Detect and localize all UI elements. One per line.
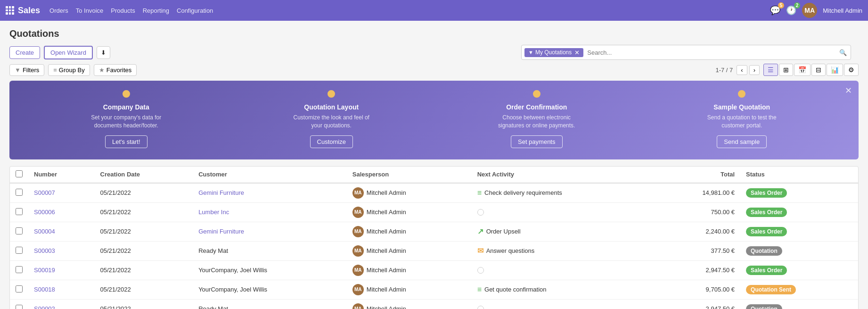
- row-checkbox[interactable]: [16, 305, 23, 309]
- app-logo[interactable]: Sales: [6, 6, 40, 16]
- status-badge: Quotation Sent: [746, 285, 796, 294]
- wizard-step-1: Company Data Set your company's data for…: [24, 90, 229, 148]
- step-1-title: Company Data: [103, 103, 149, 111]
- activity-empty-icon: [477, 209, 484, 216]
- row-salesperson: MAMitchell Admin: [347, 202, 472, 222]
- select-all-header[interactable]: [10, 167, 28, 183]
- row-checkbox[interactable]: [16, 285, 23, 292]
- row-checkbox-cell[interactable]: [10, 241, 28, 260]
- grid-icon: [6, 6, 14, 15]
- remove-filter-button[interactable]: ✕: [574, 49, 580, 56]
- row-checkbox-cell[interactable]: [10, 299, 28, 309]
- activity-badge[interactable]: 🕐 2: [786, 5, 796, 16]
- table-row[interactable]: S0001805/21/2022YourCompany, Joel Willis…: [10, 280, 858, 299]
- row-number[interactable]: S00003: [28, 241, 95, 260]
- menu-reporting[interactable]: Reporting: [143, 7, 169, 14]
- menu-configuration[interactable]: Configuration: [177, 7, 213, 14]
- customer-link[interactable]: Gemini Furniture: [198, 228, 244, 235]
- main-page: Quotations Create Open Wizard ⬇ ▼ My Quo…: [0, 21, 868, 309]
- row-date: 05/21/2022: [95, 202, 193, 222]
- download-button[interactable]: ⬇: [97, 46, 110, 59]
- search-icon[interactable]: 🔍: [835, 49, 851, 56]
- table-row[interactable]: S0000405/21/2022Gemini FurnitureMAMitche…: [10, 222, 858, 241]
- row-salesperson: MAMitchell Admin: [347, 241, 472, 260]
- row-number[interactable]: S00004: [28, 222, 95, 241]
- row-checkbox-cell[interactable]: [10, 222, 28, 241]
- row-number[interactable]: S00019: [28, 260, 95, 280]
- step-4-title: Sample Quotation: [713, 103, 770, 111]
- step-4-button[interactable]: Send sample: [717, 135, 767, 148]
- top-navigation: Sales Orders To Invoice Products Reporti…: [0, 0, 868, 21]
- search-input[interactable]: [583, 47, 835, 58]
- settings-view-button[interactable]: ⚙: [844, 64, 859, 76]
- filters-button[interactable]: ▼ Filters: [9, 64, 44, 76]
- table-row[interactable]: S0000305/21/2022Ready MatMAMitchell Admi…: [10, 241, 858, 260]
- step-1-desc: Set your company's data for documents he…: [84, 114, 169, 130]
- row-customer[interactable]: Gemini Furniture: [193, 183, 347, 203]
- calendar-view-button[interactable]: 📅: [794, 64, 811, 76]
- row-checkbox[interactable]: [16, 266, 23, 273]
- customer-link[interactable]: Gemini Furniture: [198, 189, 244, 196]
- col-total: Total: [656, 167, 740, 183]
- wizard-close-button[interactable]: ✕: [845, 85, 852, 96]
- menu-products[interactable]: Products: [111, 7, 135, 14]
- menu-orders[interactable]: Orders: [49, 7, 68, 14]
- create-button[interactable]: Create: [9, 46, 40, 59]
- table-row[interactable]: S0001905/21/2022YourCompany, Joel Willis…: [10, 260, 858, 280]
- prev-page-button[interactable]: ‹: [737, 65, 747, 75]
- row-checkbox-cell[interactable]: [10, 260, 28, 280]
- salesperson-name: Mitchell Admin: [367, 286, 406, 293]
- pivot-view-button[interactable]: ⊟: [811, 64, 826, 76]
- activity-empty-icon: [477, 267, 484, 274]
- row-checkbox[interactable]: [16, 247, 23, 254]
- row-number[interactable]: S00018: [28, 280, 95, 299]
- group-by-button[interactable]: ≡ Group By: [48, 64, 90, 76]
- view-icons: ☰ ⊞ 📅 ⊟ 📊 ⚙: [763, 64, 859, 76]
- my-quotations-filter-tag[interactable]: ▼ My Quotations ✕: [524, 48, 583, 57]
- row-customer[interactable]: YourCompany, Joel Willis: [193, 260, 347, 280]
- row-activity: [472, 260, 656, 280]
- graph-view-button[interactable]: 📊: [827, 64, 843, 76]
- row-customer[interactable]: Ready Mat: [193, 241, 347, 260]
- table-row[interactable]: S0000705/21/2022Gemini FurnitureMAMitche…: [10, 183, 858, 203]
- row-number[interactable]: S00006: [28, 202, 95, 222]
- row-checkbox-cell[interactable]: [10, 183, 28, 203]
- row-salesperson: MAMitchell Admin: [347, 183, 472, 203]
- row-checkbox[interactable]: [16, 189, 23, 196]
- row-checkbox[interactable]: [16, 227, 23, 234]
- menu-to-invoice[interactable]: To Invoice: [76, 7, 104, 14]
- table-row[interactable]: S0000205/21/2022Ready MatMAMitchell Admi…: [10, 299, 858, 309]
- notifications-badge[interactable]: 💬 5: [770, 5, 780, 16]
- row-customer[interactable]: Lumber Inc: [193, 202, 347, 222]
- customer-link[interactable]: Lumber Inc: [198, 209, 229, 216]
- star-icon: ★: [99, 67, 105, 74]
- row-total: 750.00 €: [656, 202, 740, 222]
- salesperson-avatar: MA: [352, 245, 364, 257]
- row-customer[interactable]: Gemini Furniture: [193, 222, 347, 241]
- select-all-checkbox[interactable]: [16, 170, 23, 177]
- open-wizard-button[interactable]: Open Wizard: [44, 46, 93, 59]
- salesperson-avatar: MA: [352, 187, 364, 199]
- row-date: 05/21/2022: [95, 183, 193, 203]
- row-checkbox-cell[interactable]: [10, 280, 28, 299]
- top-menu: Orders To Invoice Products Reporting Con…: [49, 7, 761, 14]
- next-page-button[interactable]: ›: [749, 65, 760, 75]
- step-3-button[interactable]: Set payments: [511, 135, 563, 148]
- row-customer[interactable]: YourCompany, Joel Willis: [193, 280, 347, 299]
- list-view-button[interactable]: ☰: [763, 64, 778, 76]
- row-customer[interactable]: Ready Mat: [193, 299, 347, 309]
- row-checkbox-cell[interactable]: [10, 202, 28, 222]
- wizard-banner: ✕ Company Data Set your company's data f…: [9, 81, 859, 159]
- kanban-view-button[interactable]: ⊞: [779, 64, 793, 76]
- step-1-button[interactable]: Let's start!: [105, 135, 147, 148]
- wizard-step-2: Quotation Layout Customize the look and …: [229, 90, 434, 148]
- avatar[interactable]: MA: [802, 3, 817, 18]
- row-number[interactable]: S00007: [28, 183, 95, 203]
- step-2-button[interactable]: Customize: [310, 135, 353, 148]
- row-activity: [472, 202, 656, 222]
- row-number[interactable]: S00002: [28, 299, 95, 309]
- activity-icon: ≡: [477, 285, 482, 294]
- favorites-button[interactable]: ★ Favorites: [94, 64, 137, 76]
- row-checkbox[interactable]: [16, 208, 23, 215]
- table-row[interactable]: S0000605/21/2022Lumber IncMAMitchell Adm…: [10, 202, 858, 222]
